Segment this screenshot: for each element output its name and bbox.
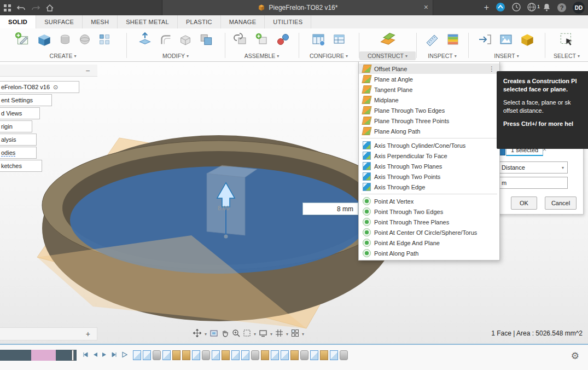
configuration-table-icon[interactable] bbox=[310, 31, 327, 49]
browser-item-document[interactable]: eFrelon-TO82 v16⊙ bbox=[0, 81, 79, 93]
tab-utilities[interactable]: UTILITIES bbox=[265, 15, 311, 28]
document-tab[interactable]: PiegeFrelon-TO82 v16* × bbox=[162, 0, 433, 15]
grid-settings-icon[interactable] bbox=[275, 329, 283, 339]
timeline-group-segment[interactable] bbox=[31, 350, 56, 361]
press-pull-icon[interactable] bbox=[136, 31, 154, 50]
menu-item-point-at-vertex[interactable]: Point At Vertex bbox=[359, 196, 499, 206]
menu-item-point-at-center[interactable]: Point At Center Of Circle/Sphere/Torus bbox=[359, 227, 499, 238]
modify-menu-button[interactable]: MODIFY▾ bbox=[127, 51, 224, 60]
browser-item-document-settings[interactable]: ent Settings bbox=[0, 94, 52, 106]
joint-icon[interactable] bbox=[275, 31, 291, 49]
zoom-window-icon[interactable] bbox=[243, 329, 251, 339]
timeline-feature-icon[interactable] bbox=[222, 350, 230, 360]
timeline-feature-icon[interactable] bbox=[261, 350, 269, 360]
notifications-bell-icon[interactable] bbox=[543, 3, 551, 13]
component-link-icon[interactable] bbox=[233, 31, 249, 49]
new-component-icon[interactable] bbox=[254, 31, 270, 49]
analysis-icon[interactable] bbox=[445, 31, 461, 49]
chevron-down-icon[interactable]: ▾ bbox=[286, 332, 288, 337]
menu-item-point-at-edge-and-plane[interactable]: Point At Edge And Plane bbox=[359, 238, 499, 248]
menu-item-tangent-plane[interactable]: Tangent Plane bbox=[359, 84, 499, 95]
play-icon[interactable] bbox=[121, 351, 127, 360]
menu-item-point-through-three-planes[interactable]: Point Through Three Planes bbox=[359, 217, 499, 227]
app-grid-icon[interactable] bbox=[0, 0, 14, 15]
menu-item-midplane[interactable]: Midplane bbox=[359, 95, 499, 105]
timeline-feature-icon[interactable] bbox=[300, 350, 308, 360]
viewports-icon[interactable] bbox=[291, 329, 299, 339]
inspect-menu-button[interactable]: INSPECT▾ bbox=[417, 51, 468, 60]
timeline-feature-icon[interactable] bbox=[153, 350, 161, 360]
distance-value-input[interactable]: m bbox=[498, 177, 568, 189]
chevron-down-icon[interactable]: ▾ bbox=[270, 332, 272, 337]
menu-item-axis-through-cylinder[interactable]: Axis Through Cylinder/Cone/Torus bbox=[359, 140, 499, 151]
browser-item-named-views[interactable]: d Views bbox=[0, 107, 40, 119]
create-pattern-icon[interactable] bbox=[97, 32, 112, 49]
pan-icon[interactable] bbox=[193, 328, 202, 339]
browser-item-bodies[interactable]: odies bbox=[0, 147, 37, 159]
timeline-feature-icon[interactable] bbox=[330, 350, 338, 360]
timeline-feature-icon[interactable] bbox=[271, 350, 279, 360]
browser-visibility-icon[interactable]: ⊙ bbox=[53, 84, 58, 91]
browser-item-analysis[interactable]: alysis bbox=[0, 134, 37, 146]
timeline-settings-gear-icon[interactable]: ⚙ bbox=[571, 350, 579, 362]
cancel-button[interactable]: Cancel bbox=[545, 196, 577, 210]
browser-item-origin[interactable]: rigin bbox=[0, 120, 32, 132]
insert-canvas-icon[interactable] bbox=[498, 31, 514, 49]
tab-manage[interactable]: MANAGE bbox=[221, 15, 265, 28]
insert-menu-button[interactable]: INSERT▾ bbox=[469, 51, 544, 60]
hand-icon[interactable] bbox=[221, 329, 229, 339]
display-settings-icon[interactable] bbox=[259, 329, 267, 339]
step-back-icon[interactable] bbox=[92, 351, 98, 360]
timeline-position-marker[interactable] bbox=[72, 350, 74, 361]
go-to-start-icon[interactable] bbox=[82, 351, 89, 360]
zoom-icon[interactable] bbox=[232, 329, 240, 339]
select-tool-icon[interactable] bbox=[558, 31, 575, 50]
assemble-menu-button[interactable]: ASSEMBLE▾ bbox=[225, 51, 298, 60]
timeline-feature-icon[interactable] bbox=[202, 350, 210, 360]
construct-plane-icon[interactable] bbox=[379, 30, 397, 50]
timeline-feature-icon[interactable] bbox=[241, 350, 249, 360]
create-sphere-icon[interactable] bbox=[77, 32, 92, 49]
chevron-down-icon[interactable]: ▾ bbox=[302, 332, 304, 337]
insert-derive-icon[interactable] bbox=[477, 31, 493, 49]
menu-item-axis-through-two-points[interactable]: Axis Through Two Points bbox=[359, 171, 499, 182]
timeline-feature-icon[interactable] bbox=[192, 350, 200, 360]
chevron-down-icon[interactable]: ▾ bbox=[254, 332, 256, 337]
job-status-icon[interactable] bbox=[512, 3, 521, 13]
insert-mcmaster-icon[interactable] bbox=[519, 31, 536, 50]
tab-sheet-metal[interactable]: SHEET METAL bbox=[118, 15, 178, 28]
tab-surface[interactable]: SURFACE bbox=[36, 15, 83, 28]
menu-item-point-along-path[interactable]: Point Along Path bbox=[359, 248, 499, 258]
create-cylinder-icon[interactable] bbox=[57, 32, 73, 49]
timeline-feature-icon[interactable] bbox=[143, 350, 151, 360]
create-sketch-icon[interactable] bbox=[14, 31, 31, 50]
overflow-icon[interactable]: ⋮ bbox=[487, 65, 496, 73]
timeline-feature-icon[interactable] bbox=[231, 350, 240, 360]
timeline-feature-icon[interactable] bbox=[212, 350, 220, 360]
step-forward-icon[interactable] bbox=[102, 351, 107, 360]
timeline-feature-icon[interactable] bbox=[281, 350, 289, 360]
tab-plastic[interactable]: PLASTIC bbox=[178, 15, 221, 28]
combine-icon[interactable] bbox=[197, 31, 215, 50]
browser-collapse-icon[interactable]: – bbox=[86, 67, 90, 74]
timeline-scrubber[interactable] bbox=[0, 350, 77, 361]
create-menu-button[interactable]: CREATE▾ bbox=[0, 51, 126, 60]
menu-item-offset-plane[interactable]: Offset Plane⋮ bbox=[359, 63, 499, 74]
tab-mesh[interactable]: MESH bbox=[83, 15, 118, 28]
timeline-feature-icon[interactable] bbox=[320, 350, 328, 360]
help-icon[interactable]: ? bbox=[557, 3, 566, 12]
timeline-feature-icon[interactable] bbox=[182, 350, 190, 360]
online-status-icon[interactable]: 1 bbox=[527, 3, 536, 13]
construct-menu-button[interactable]: CONSTRUCT▾ bbox=[359, 51, 416, 60]
timeline-feature-icon[interactable] bbox=[133, 350, 141, 360]
timeline-feature-icon[interactable] bbox=[162, 350, 171, 360]
browser-item-sketches[interactable]: ketches bbox=[0, 160, 42, 172]
close-document-icon[interactable]: × bbox=[424, 3, 428, 11]
new-document-icon[interactable]: + bbox=[484, 3, 489, 13]
menu-item-plane-along-path[interactable]: Plane Along Path bbox=[359, 126, 499, 136]
menu-item-axis-perpendicular-to-face[interactable]: Axis Perpendicular To Face bbox=[359, 151, 499, 161]
shell-icon[interactable] bbox=[178, 32, 193, 49]
select-menu-button[interactable]: SELECT▾ bbox=[545, 51, 588, 60]
home-icon[interactable] bbox=[43, 0, 57, 15]
redo-icon[interactable] bbox=[28, 0, 43, 15]
